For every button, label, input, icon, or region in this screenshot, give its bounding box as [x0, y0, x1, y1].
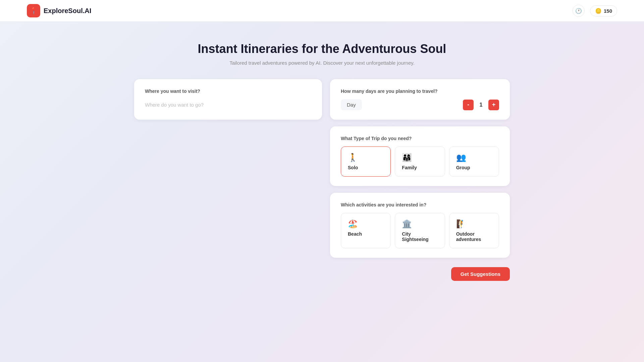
coins-count: 150 — [604, 8, 612, 14]
header-right: 🕐 🪙 150 — [573, 5, 617, 17]
activity-city-sightseeing[interactable]: 🏛️ City Sightseeing — [395, 213, 445, 248]
activities-label: Which activities are you interested in? — [341, 202, 499, 207]
logo-icon: 📍 — [27, 4, 40, 17]
city-sightseeing-icon: 🏛️ — [402, 219, 438, 229]
family-icon: 👨‍👩‍👧 — [402, 153, 438, 162]
outdoor-icon: 🧗 — [456, 219, 492, 229]
increment-button[interactable]: + — [488, 100, 499, 110]
page-subtitle: Tailored travel adventures powered by AI… — [134, 60, 510, 66]
solo-label: Solo — [348, 165, 384, 170]
day-row: Day - 1 + — [341, 99, 499, 110]
group-icon: 👥 — [456, 153, 492, 162]
left-panel: Where you want to visit? — [134, 79, 322, 120]
beach-icon: 🏖️ — [348, 219, 384, 229]
solo-icon: 🚶 — [348, 153, 384, 162]
trip-type-family[interactable]: 👨‍👩‍👧 Family — [395, 146, 445, 177]
logo-text: ExploreSoul.AI — [44, 7, 91, 15]
main-content: Instant Itineraries for the Adventurous … — [121, 22, 523, 294]
days-card: How many days are you planning to travel… — [330, 79, 510, 120]
city-sightseeing-label: City Sightseeing — [402, 231, 438, 242]
destination-card: Where you want to visit? — [134, 79, 322, 120]
trip-type-label: What Type of Trip do you need? — [341, 136, 499, 141]
page-title: Instant Itineraries for the Adventurous … — [134, 42, 510, 56]
destination-input[interactable] — [145, 99, 311, 110]
trip-type-options: 🚶 Solo 👨‍👩‍👧 Family 👥 Group — [341, 146, 499, 177]
day-text: Day — [341, 99, 362, 110]
get-suggestions-button[interactable]: Get Suggestions — [451, 267, 510, 281]
family-label: Family — [402, 165, 438, 170]
cta-row: Get Suggestions — [330, 267, 510, 281]
beach-label: Beach — [348, 231, 384, 237]
right-panel: How many days are you planning to travel… — [330, 79, 510, 281]
decrement-button[interactable]: - — [463, 100, 474, 110]
form-layout: Where you want to visit? How many days a… — [134, 79, 510, 281]
trip-type-solo[interactable]: 🚶 Solo — [341, 146, 391, 177]
days-label: How many days are you planning to travel… — [341, 88, 499, 94]
destination-label: Where you want to visit? — [145, 88, 311, 94]
trip-type-group[interactable]: 👥 Group — [449, 146, 499, 177]
activity-beach[interactable]: 🏖️ Beach — [341, 213, 391, 248]
activities-card: Which activities are you interested in? … — [330, 193, 510, 258]
coins-icon: 🪙 — [595, 8, 602, 14]
outdoor-label: Outdoor adventures — [456, 231, 492, 242]
clock-button[interactable]: 🕐 — [573, 5, 585, 17]
group-label: Group — [456, 165, 492, 170]
header: 📍 ExploreSoul.AI 🕐 🪙 150 — [0, 0, 644, 22]
activities-options: 🏖️ Beach 🏛️ City Sightseeing 🧗 Outdoor a… — [341, 213, 499, 248]
trip-type-card: What Type of Trip do you need? 🚶 Solo 👨‍… — [330, 126, 510, 186]
day-count-value: 1 — [478, 102, 484, 108]
logo-area: 📍 ExploreSoul.AI — [27, 4, 91, 17]
coins-badge: 🪙 150 — [590, 5, 617, 16]
day-counter: - 1 + — [463, 100, 499, 110]
activity-outdoor-adventures[interactable]: 🧗 Outdoor adventures — [449, 213, 499, 248]
